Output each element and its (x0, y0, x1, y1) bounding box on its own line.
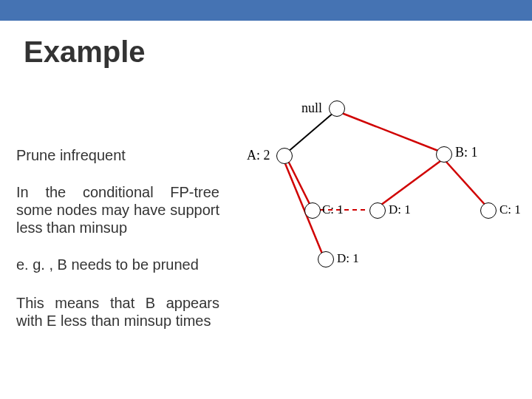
label-b: B: 1 (455, 145, 478, 160)
svg-line-5 (378, 161, 440, 207)
svg-line-6 (446, 161, 487, 207)
svg-line-0 (287, 112, 334, 152)
fp-tree-diagram: null A: 2 B: 1 C: 1 D: 1 C: 1 D: 1 (236, 96, 525, 288)
node-a (276, 148, 293, 164)
tree-edges (236, 96, 525, 288)
text-example: e. g. , B needs to be pruned (16, 256, 231, 273)
label-a: A: 2 (247, 148, 270, 163)
label-null: null (301, 100, 322, 116)
svg-line-1 (340, 112, 442, 152)
node-b (436, 146, 452, 163)
text-means: This means that B appears with E less th… (16, 294, 219, 330)
node-d1-bottom (318, 251, 334, 267)
node-null (329, 100, 345, 117)
node-c1 (304, 202, 321, 219)
node-c2 (480, 202, 497, 219)
label-c2: C: 1 (499, 202, 521, 217)
text-prune: Prune infrequent (16, 146, 219, 164)
text-conditional: In the conditional FP-tree some nodes ma… (16, 183, 219, 236)
label-d1-bottom: D: 1 (337, 251, 359, 266)
label-d1-top: D: 1 (389, 202, 411, 217)
slide-top-bar (0, 0, 532, 21)
slide-title: Example (24, 35, 146, 69)
node-d1-top (369, 202, 386, 219)
label-c1: C: 1 (322, 202, 344, 217)
